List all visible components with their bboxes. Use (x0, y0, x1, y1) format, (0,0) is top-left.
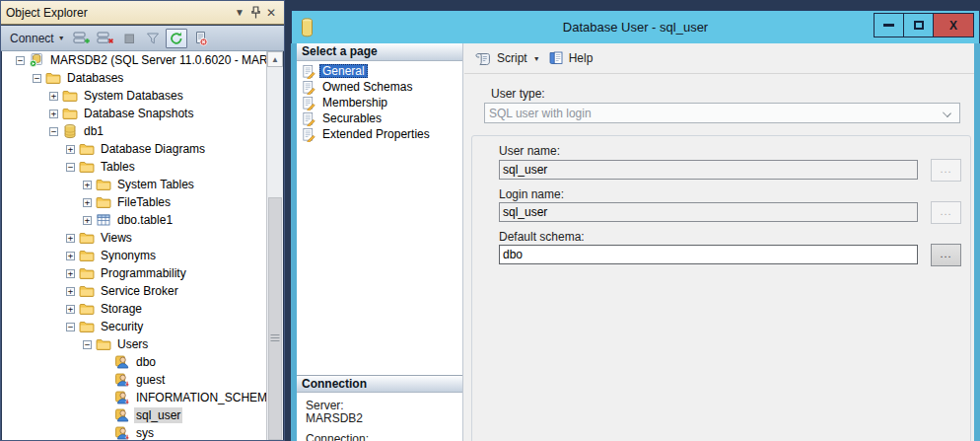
scrollbar-up-button[interactable]: ▲ (267, 51, 283, 67)
script-scroll-icon (474, 50, 492, 66)
connection-label: Connection: (306, 432, 369, 441)
collapse-expander-icon[interactable]: − (49, 127, 58, 136)
tree-item-label: guest (134, 372, 167, 388)
page-item-extended-properties[interactable]: Extended Properties (297, 126, 462, 142)
script-error-icon (192, 31, 208, 46)
collapse-expander-icon[interactable]: − (66, 163, 75, 172)
tree-item-sql-user[interactable]: sql_user (2, 406, 266, 424)
expand-expander-icon[interactable]: + (66, 145, 75, 154)
close-button[interactable]: X (933, 13, 974, 37)
collapse-expander-icon[interactable]: − (83, 340, 92, 349)
folder-icon (79, 319, 95, 334)
user-disabled-icon (114, 425, 130, 440)
scrollbar-thumb[interactable] (268, 197, 282, 440)
expand-expander-icon[interactable]: + (66, 305, 75, 314)
page-item-general[interactable]: General (297, 63, 462, 79)
tree-item-system-tables[interactable]: +System Tables (2, 176, 266, 193)
expand-expander-icon[interactable]: + (83, 198, 92, 207)
page-edit-icon (301, 127, 315, 142)
expand-expander-icon[interactable]: + (49, 110, 58, 118)
tree-item-db1[interactable]: −db1 (2, 122, 266, 140)
tree-item-sys[interactable]: sys (2, 424, 266, 440)
maximize-button[interactable] (903, 13, 934, 37)
scrollbar-grip-icon (271, 334, 280, 335)
collapse-expander-icon[interactable]: − (33, 74, 41, 83)
tree-item-synonyms[interactable]: +Synonyms (2, 247, 266, 264)
stop-icon (121, 31, 137, 46)
refresh-button[interactable] (166, 29, 187, 48)
close-icon[interactable]: ✕ (263, 5, 279, 21)
expand-expander-icon[interactable]: + (83, 181, 92, 189)
dialog-titlebar[interactable]: Database User - sql_user X (291, 10, 980, 43)
tree-item-views[interactable]: +Views (2, 229, 266, 247)
connection-header: Connection (297, 375, 462, 393)
default-schema-field[interactable] (499, 245, 918, 264)
login-name-label: Login name: (499, 187, 564, 201)
tree-item-tables[interactable]: −Tables (2, 158, 266, 176)
server-label: Server: (306, 399, 344, 412)
user-type-label: User type: (491, 87, 545, 101)
tree-item-databases[interactable]: −Databases (2, 69, 266, 87)
help-button-label: Help (569, 51, 594, 65)
select-a-page-header: Select a page (297, 43, 462, 61)
tree-item-filetables[interactable]: +FileTables (2, 193, 266, 211)
tree-item-database-snapshots[interactable]: +Database Snapshots (2, 105, 266, 122)
tree-item-label: Security (99, 319, 145, 334)
minimize-button[interactable] (874, 13, 904, 37)
server-icon (29, 52, 44, 68)
tree-scrollbar[interactable]: ▲ (266, 51, 283, 440)
tree-item-system-databases[interactable]: +System Databases (2, 87, 266, 105)
tree-item-database-diagrams[interactable]: +Database Diagrams (2, 140, 266, 158)
object-explorer-titlebar[interactable]: Object Explorer ▼ ✕ (1, 1, 284, 25)
expand-expander-icon[interactable]: + (66, 269, 75, 278)
tree-item-label: Users (115, 336, 150, 352)
default-schema-browse-button[interactable]: ... (931, 244, 961, 266)
tree-item-storage[interactable]: +Storage (2, 300, 266, 318)
tree-item-label: sys (134, 425, 156, 440)
pin-icon[interactable] (247, 5, 263, 21)
tree-item-marsdb2-sql-server-11-0-6020-marsd[interactable]: −MARSDB2 (SQL Server 11.0.6020 - MARSD (2, 51, 266, 69)
expand-expander-icon[interactable]: + (83, 216, 92, 225)
filter-icon (145, 31, 161, 46)
maximize-icon (914, 21, 924, 30)
tree-item-programmability[interactable]: +Programmability (2, 264, 266, 282)
stop-button (118, 29, 140, 48)
page-edit-icon (301, 96, 315, 110)
page-item-membership[interactable]: Membership (297, 95, 462, 110)
tree-item-service-broker[interactable]: +Service Broker (2, 282, 266, 300)
expand-expander-icon[interactable]: + (66, 287, 75, 296)
user-disabled-icon (114, 372, 130, 388)
tree-item-dbo[interactable]: dbo (2, 353, 266, 371)
tree-item-users[interactable]: −Users (2, 335, 266, 353)
expand-expander-icon[interactable]: + (66, 234, 75, 243)
tree-item-label: System Databases (82, 88, 185, 104)
script-dropdown-chevron-icon[interactable]: ▼ (533, 55, 540, 62)
help-button[interactable]: Help (548, 50, 594, 66)
page-item-securables[interactable]: Securables (297, 110, 462, 126)
collapse-expander-icon[interactable]: − (66, 323, 75, 331)
filter-button[interactable] (142, 29, 164, 48)
connect-button[interactable]: Connect ▼ (6, 30, 69, 47)
expand-expander-icon[interactable]: + (49, 92, 58, 101)
login-name-field (499, 202, 918, 222)
connect-button-label: Connect (10, 32, 54, 45)
tree-item-security[interactable]: −Security (2, 318, 266, 335)
script-button[interactable]: Script (474, 50, 527, 66)
chevron-down-icon (943, 109, 951, 117)
tree-item-dbo-table1[interactable]: +dbo.table1 (2, 211, 266, 229)
window-position-chevron-icon[interactable]: ▼ (232, 5, 247, 21)
tree-item-label: sql_user (134, 407, 182, 423)
connect-server-button[interactable] (71, 29, 93, 48)
collapse-expander-icon[interactable]: − (16, 56, 25, 65)
page-item-owned-schemas[interactable]: Owned Schemas (297, 79, 462, 95)
tree-item-label: Database Diagrams (99, 141, 207, 157)
server-value: MARSDB2 (306, 411, 363, 425)
expand-expander-icon[interactable]: + (66, 252, 75, 260)
user-icon (114, 354, 130, 370)
disconnect-server-button[interactable] (95, 29, 116, 48)
tree-item-label: Views (99, 230, 134, 246)
help-book-icon (548, 50, 564, 66)
tree-item-information-schema[interactable]: INFORMATION_SCHEMA (2, 389, 266, 406)
tree-item-guest[interactable]: guest (2, 371, 266, 389)
script-error-button[interactable] (189, 29, 211, 48)
